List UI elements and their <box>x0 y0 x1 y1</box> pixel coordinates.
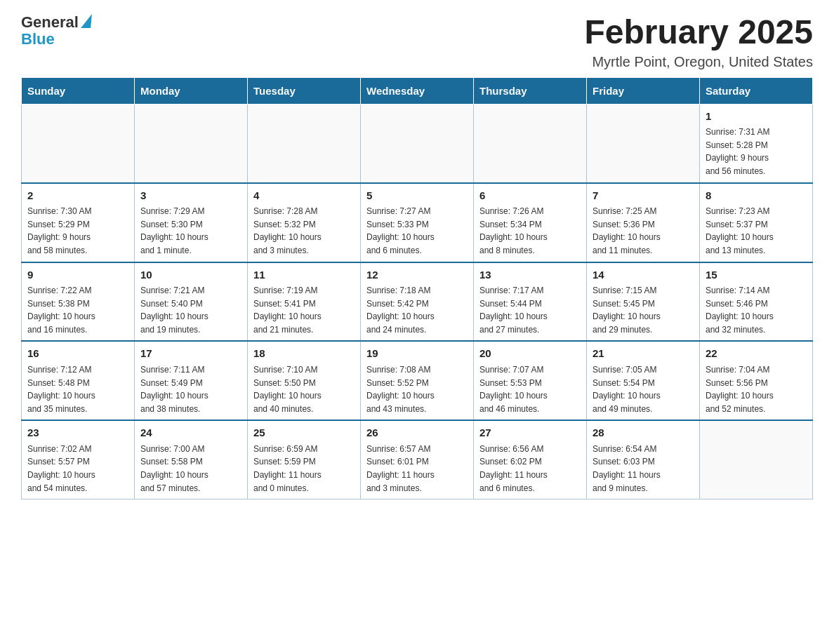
day-info: Sunrise: 7:23 AMSunset: 5:37 PMDaylight:… <box>706 205 807 257</box>
table-row: 27Sunrise: 6:56 AMSunset: 6:02 PMDayligh… <box>474 420 587 499</box>
table-row: 11Sunrise: 7:19 AMSunset: 5:41 PMDayligh… <box>248 262 361 342</box>
header-saturday: Saturday <box>700 77 813 104</box>
table-row <box>22 104 135 182</box>
table-row: 10Sunrise: 7:21 AMSunset: 5:40 PMDayligh… <box>135 262 248 342</box>
day-number: 19 <box>366 346 468 362</box>
day-info: Sunrise: 7:30 AMSunset: 5:29 PMDaylight:… <box>27 205 128 257</box>
day-info: Sunrise: 6:56 AMSunset: 6:02 PMDaylight:… <box>479 443 581 495</box>
day-info: Sunrise: 6:57 AMSunset: 6:01 PMDaylight:… <box>366 443 468 495</box>
header-tuesday: Tuesday <box>248 77 361 104</box>
table-row <box>474 104 587 182</box>
table-row: 21Sunrise: 7:05 AMSunset: 5:54 PMDayligh… <box>587 341 700 420</box>
day-info: Sunrise: 7:12 AMSunset: 5:48 PMDaylight:… <box>27 363 128 415</box>
day-info: Sunrise: 7:28 AMSunset: 5:32 PMDaylight:… <box>253 205 355 257</box>
day-number: 7 <box>593 188 694 204</box>
table-row: 3Sunrise: 7:29 AMSunset: 5:30 PMDaylight… <box>135 183 248 262</box>
header-friday: Friday <box>587 77 700 104</box>
page-header: General Blue February 2025 Myrtle Point,… <box>21 14 813 70</box>
day-number: 21 <box>593 346 694 362</box>
logo: General Blue <box>21 14 91 48</box>
day-number: 27 <box>479 425 581 441</box>
day-number: 24 <box>140 425 241 441</box>
day-number: 3 <box>140 188 241 204</box>
day-info: Sunrise: 7:08 AMSunset: 5:52 PMDaylight:… <box>366 363 468 415</box>
day-info: Sunrise: 7:17 AMSunset: 5:44 PMDaylight:… <box>479 284 581 336</box>
table-row: 4Sunrise: 7:28 AMSunset: 5:32 PMDaylight… <box>248 183 361 262</box>
table-row: 2Sunrise: 7:30 AMSunset: 5:29 PMDaylight… <box>22 183 135 262</box>
table-row: 24Sunrise: 7:00 AMSunset: 5:58 PMDayligh… <box>135 420 248 499</box>
day-number: 17 <box>140 346 241 362</box>
day-info: Sunrise: 7:19 AMSunset: 5:41 PMDaylight:… <box>253 284 355 336</box>
calendar-week-row: 23Sunrise: 7:02 AMSunset: 5:57 PMDayligh… <box>22 420 813 499</box>
table-row: 25Sunrise: 6:59 AMSunset: 5:59 PMDayligh… <box>248 420 361 499</box>
month-title: February 2025 <box>584 14 813 51</box>
table-row: 15Sunrise: 7:14 AMSunset: 5:46 PMDayligh… <box>700 262 813 342</box>
table-row <box>587 104 700 182</box>
day-info: Sunrise: 7:22 AMSunset: 5:38 PMDaylight:… <box>27 284 128 336</box>
calendar-table: Sunday Monday Tuesday Wednesday Thursday… <box>21 77 813 499</box>
day-number: 26 <box>366 425 468 441</box>
day-number: 2 <box>27 188 128 204</box>
logo-text-general: General <box>21 14 79 31</box>
day-info: Sunrise: 7:21 AMSunset: 5:40 PMDaylight:… <box>140 284 241 336</box>
calendar-week-row: 2Sunrise: 7:30 AMSunset: 5:29 PMDaylight… <box>22 183 813 262</box>
table-row <box>248 104 361 182</box>
day-number: 23 <box>27 425 128 441</box>
table-row: 8Sunrise: 7:23 AMSunset: 5:37 PMDaylight… <box>700 183 813 262</box>
day-info: Sunrise: 7:00 AMSunset: 5:58 PMDaylight:… <box>140 443 241 495</box>
table-row: 9Sunrise: 7:22 AMSunset: 5:38 PMDaylight… <box>22 262 135 342</box>
day-number: 16 <box>27 346 128 362</box>
table-row: 5Sunrise: 7:27 AMSunset: 5:33 PMDaylight… <box>361 183 474 262</box>
table-row: 16Sunrise: 7:12 AMSunset: 5:48 PMDayligh… <box>22 341 135 420</box>
day-info: Sunrise: 7:14 AMSunset: 5:46 PMDaylight:… <box>706 284 807 336</box>
day-number: 22 <box>706 346 807 362</box>
day-number: 14 <box>593 267 694 283</box>
calendar-week-row: 1Sunrise: 7:31 AMSunset: 5:28 PMDaylight… <box>22 104 813 182</box>
day-number: 20 <box>479 346 581 362</box>
day-number: 9 <box>27 267 128 283</box>
title-section: February 2025 Myrtle Point, Oregon, Unit… <box>584 14 813 70</box>
table-row: 14Sunrise: 7:15 AMSunset: 5:45 PMDayligh… <box>587 262 700 342</box>
day-number: 28 <box>593 425 694 441</box>
day-number: 25 <box>253 425 355 441</box>
table-row <box>700 420 813 499</box>
day-info: Sunrise: 7:18 AMSunset: 5:42 PMDaylight:… <box>366 284 468 336</box>
day-info: Sunrise: 7:11 AMSunset: 5:49 PMDaylight:… <box>140 363 241 415</box>
day-info: Sunrise: 7:07 AMSunset: 5:53 PMDaylight:… <box>479 363 581 415</box>
day-number: 1 <box>706 109 807 125</box>
table-row: 17Sunrise: 7:11 AMSunset: 5:49 PMDayligh… <box>135 341 248 420</box>
day-info: Sunrise: 7:29 AMSunset: 5:30 PMDaylight:… <box>140 205 241 257</box>
day-number: 12 <box>366 267 468 283</box>
table-row: 6Sunrise: 7:26 AMSunset: 5:34 PMDaylight… <box>474 183 587 262</box>
weekday-header-row: Sunday Monday Tuesday Wednesday Thursday… <box>22 77 813 104</box>
header-sunday: Sunday <box>22 77 135 104</box>
table-row: 19Sunrise: 7:08 AMSunset: 5:52 PMDayligh… <box>361 341 474 420</box>
table-row: 12Sunrise: 7:18 AMSunset: 5:42 PMDayligh… <box>361 262 474 342</box>
day-number: 10 <box>140 267 241 283</box>
day-number: 15 <box>706 267 807 283</box>
table-row: 22Sunrise: 7:04 AMSunset: 5:56 PMDayligh… <box>700 341 813 420</box>
day-info: Sunrise: 7:02 AMSunset: 5:57 PMDaylight:… <box>27 443 128 495</box>
day-number: 11 <box>253 267 355 283</box>
logo-text-blue: Blue <box>21 31 55 48</box>
day-number: 6 <box>479 188 581 204</box>
table-row: 1Sunrise: 7:31 AMSunset: 5:28 PMDaylight… <box>700 104 813 182</box>
day-info: Sunrise: 6:59 AMSunset: 5:59 PMDaylight:… <box>253 443 355 495</box>
table-row: 13Sunrise: 7:17 AMSunset: 5:44 PMDayligh… <box>474 262 587 342</box>
table-row <box>361 104 474 182</box>
day-number: 18 <box>253 346 355 362</box>
day-number: 13 <box>479 267 581 283</box>
day-info: Sunrise: 7:27 AMSunset: 5:33 PMDaylight:… <box>366 205 468 257</box>
table-row: 7Sunrise: 7:25 AMSunset: 5:36 PMDaylight… <box>587 183 700 262</box>
day-info: Sunrise: 7:05 AMSunset: 5:54 PMDaylight:… <box>593 363 694 415</box>
header-monday: Monday <box>135 77 248 104</box>
day-number: 4 <box>253 188 355 204</box>
table-row: 20Sunrise: 7:07 AMSunset: 5:53 PMDayligh… <box>474 341 587 420</box>
day-info: Sunrise: 7:25 AMSunset: 5:36 PMDaylight:… <box>593 205 694 257</box>
day-number: 8 <box>706 188 807 204</box>
day-info: Sunrise: 7:04 AMSunset: 5:56 PMDaylight:… <box>706 363 807 415</box>
table-row: 28Sunrise: 6:54 AMSunset: 6:03 PMDayligh… <box>587 420 700 499</box>
day-info: Sunrise: 7:31 AMSunset: 5:28 PMDaylight:… <box>706 126 807 177</box>
calendar-week-row: 9Sunrise: 7:22 AMSunset: 5:38 PMDaylight… <box>22 262 813 342</box>
location-title: Myrtle Point, Oregon, United States <box>584 54 813 70</box>
